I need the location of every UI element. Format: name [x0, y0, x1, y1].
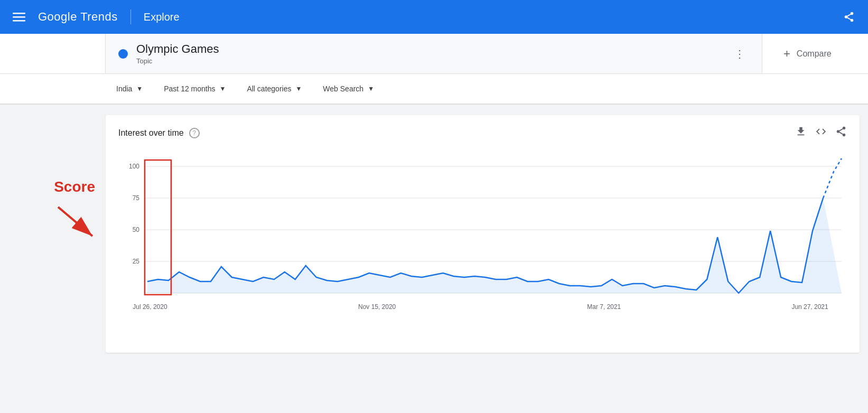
compare-plus-icon: +	[783, 47, 790, 61]
search-area: Olympic Games Topic ⋮ + Compare	[0, 34, 868, 74]
chart-panel: Interest over time ?	[106, 115, 860, 353]
svg-text:25: 25	[133, 258, 140, 265]
topic-info: Olympic Games Topic	[136, 42, 730, 65]
download-icon[interactable]	[795, 126, 807, 140]
svg-line-14	[839, 129, 843, 131]
svg-point-12	[843, 134, 846, 136]
main-content: Score Interest over time ?	[0, 105, 868, 363]
left-spacer	[0, 34, 106, 73]
topic-bar: Olympic Games Topic ⋮	[106, 34, 762, 73]
compare-area[interactable]: + Compare	[762, 34, 868, 73]
chart-share-icon[interactable]	[835, 126, 847, 140]
svg-line-13	[839, 132, 843, 134]
header-divider	[130, 10, 131, 24]
embed-icon[interactable]	[815, 126, 827, 140]
time-range-filter[interactable]: Past 12 months ▼	[153, 80, 236, 97]
svg-rect-29	[145, 160, 171, 295]
score-annotation: Score	[54, 179, 95, 195]
svg-text:100: 100	[129, 163, 139, 170]
chart-actions	[795, 126, 847, 140]
category-arrow: ▼	[295, 85, 302, 92]
svg-text:75: 75	[133, 194, 140, 202]
interest-over-time-chart: 100 75 50 25 Jul 26, 2020 Nov 15, 2020 M…	[118, 151, 847, 330]
svg-text:Jul 26, 2020: Jul 26, 2020	[133, 303, 167, 311]
annotation-arrow	[53, 202, 100, 244]
search-type-label: Web Search	[323, 85, 363, 93]
topic-more-icon[interactable]: ⋮	[730, 43, 749, 64]
region-label: India	[116, 85, 132, 93]
svg-point-5	[851, 19, 854, 22]
chart-container: 100 75 50 25 Jul 26, 2020 Nov 15, 2020 M…	[118, 151, 847, 330]
svg-line-6	[847, 17, 851, 20]
page-title: Explore	[144, 11, 180, 23]
category-filter[interactable]: All categories ▼	[236, 80, 312, 97]
filters-bar: India ▼ Past 12 months ▼ All categories …	[0, 74, 868, 105]
search-type-filter[interactable]: Web Search ▼	[312, 80, 385, 97]
svg-point-11	[837, 130, 840, 133]
svg-text:Jun 27, 2021: Jun 27, 2021	[791, 303, 828, 311]
svg-text:50: 50	[133, 226, 140, 233]
svg-text:Nov 15, 2020: Nov 15, 2020	[358, 303, 396, 311]
chart-title: Interest over time	[118, 128, 184, 138]
search-type-arrow: ▼	[368, 85, 374, 92]
chart-header: Interest over time ?	[118, 126, 847, 140]
region-arrow: ▼	[136, 85, 143, 92]
chart-title-group: Interest over time ?	[118, 128, 200, 138]
svg-rect-2	[13, 20, 25, 22]
svg-rect-0	[13, 13, 25, 14]
google-trends-logo: Google Trends	[38, 10, 118, 24]
svg-point-10	[843, 127, 846, 130]
svg-point-4	[845, 15, 848, 18]
logo-text: Google Trends	[38, 10, 118, 24]
category-label: All categories	[247, 85, 291, 93]
region-filter[interactable]: India ▼	[106, 80, 153, 97]
menu-icon[interactable]	[8, 6, 30, 27]
svg-point-3	[851, 12, 854, 15]
svg-line-7	[847, 14, 851, 16]
compare-label: Compare	[797, 49, 832, 59]
help-icon[interactable]: ?	[189, 128, 200, 138]
header: Google Trends Explore	[0, 0, 868, 34]
svg-line-9	[58, 207, 92, 236]
time-range-label: Past 12 months	[164, 85, 215, 93]
topic-name: Olympic Games	[136, 42, 730, 56]
time-range-arrow: ▼	[220, 85, 226, 92]
share-icon[interactable]	[838, 6, 860, 27]
sidebar: Score	[0, 115, 106, 353]
svg-rect-1	[13, 16, 25, 18]
topic-type: Topic	[136, 57, 730, 65]
svg-text:Mar 7, 2021: Mar 7, 2021	[587, 303, 621, 311]
topic-color-dot	[118, 49, 128, 59]
